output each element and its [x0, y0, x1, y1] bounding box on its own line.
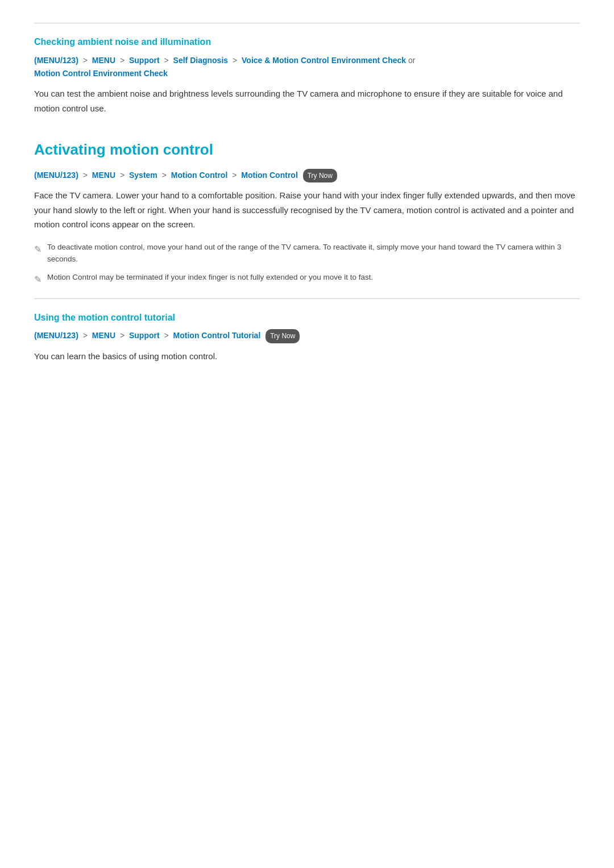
breadcrumb-arrow-2: >	[120, 56, 127, 65]
breadcrumb-system[interactable]: System	[129, 171, 157, 180]
breadcrumb-self-diagnosis[interactable]: Self Diagnosis	[173, 56, 228, 65]
breadcrumb-menu123-3[interactable]: (MENU/123)	[34, 331, 78, 340]
breadcrumb-menu123-2[interactable]: (MENU/123)	[34, 171, 78, 180]
breadcrumb-arrow-1: >	[83, 56, 90, 65]
activating-motion-section: Activating motion control (MENU/123) > M…	[34, 138, 580, 286]
breadcrumb-arrow-4: >	[233, 56, 239, 65]
note-text-1: To deactivate motion control, move your …	[47, 241, 580, 265]
activating-motion-body: Face the TV camera. Lower your hand to a…	[34, 188, 580, 232]
ambient-noise-body: You can test the ambient noise and brigh…	[34, 86, 580, 115]
breadcrumb-arrow-9: >	[83, 331, 90, 340]
tutorial-breadcrumb: (MENU/123) > MENU > Support > Motion Con…	[34, 329, 580, 343]
note-item-2: ✎ Motion Control may be terminated if yo…	[34, 271, 580, 287]
try-now-badge-1[interactable]: Try Now	[303, 169, 337, 182]
breadcrumb-arrow-7: >	[162, 171, 169, 180]
tutorial-section: Using the motion control tutorial (MENU/…	[34, 298, 580, 364]
breadcrumb-support-2[interactable]: Support	[129, 331, 160, 340]
breadcrumb-voice-motion-env[interactable]: Voice & Motion Control Environment Check	[242, 56, 406, 65]
breadcrumb-arrow-8: >	[232, 171, 239, 180]
breadcrumb-motion-env-check[interactable]: Motion Control Environment Check	[34, 69, 168, 78]
ambient-noise-section: Checking ambient noise and illumination …	[34, 23, 580, 115]
pencil-icon-1: ✎	[34, 242, 42, 257]
breadcrumb-motion-tutorial[interactable]: Motion Control Tutorial	[173, 331, 261, 340]
breadcrumb-menu-2[interactable]: MENU	[92, 171, 115, 180]
breadcrumb-support[interactable]: Support	[129, 56, 160, 65]
breadcrumb-menu-3[interactable]: MENU	[92, 331, 115, 340]
breadcrumb-arrow-11: >	[164, 331, 171, 340]
ambient-noise-title: Checking ambient noise and illumination	[34, 29, 580, 49]
tutorial-title: Using the motion control tutorial	[34, 305, 580, 325]
breadcrumb-motion-control[interactable]: Motion Control	[171, 171, 228, 180]
breadcrumb-arrow-3: >	[164, 56, 171, 65]
activating-motion-title: Activating motion control	[34, 138, 580, 162]
activating-motion-notes: ✎ To deactivate motion control, move you…	[34, 241, 580, 287]
breadcrumb-menu[interactable]: MENU	[92, 56, 115, 65]
tutorial-body: You can learn the basics of using motion…	[34, 349, 580, 364]
breadcrumb-motion-control-2[interactable]: Motion Control	[241, 171, 298, 180]
try-now-badge-2[interactable]: Try Now	[265, 329, 300, 343]
ambient-noise-breadcrumb: (MENU/123) > MENU > Support > Self Diagn…	[34, 54, 580, 81]
breadcrumb-menu123[interactable]: (MENU/123)	[34, 56, 78, 65]
breadcrumb-arrow-5: >	[83, 171, 90, 180]
note-text-2: Motion Control may be terminated if your…	[47, 271, 373, 284]
pencil-icon-2: ✎	[34, 272, 42, 287]
note-item-1: ✎ To deactivate motion control, move you…	[34, 241, 580, 265]
activating-motion-breadcrumb: (MENU/123) > MENU > System > Motion Cont…	[34, 169, 580, 182]
breadcrumb-or: or	[408, 56, 415, 65]
breadcrumb-arrow-6: >	[120, 171, 127, 180]
breadcrumb-arrow-10: >	[120, 331, 127, 340]
